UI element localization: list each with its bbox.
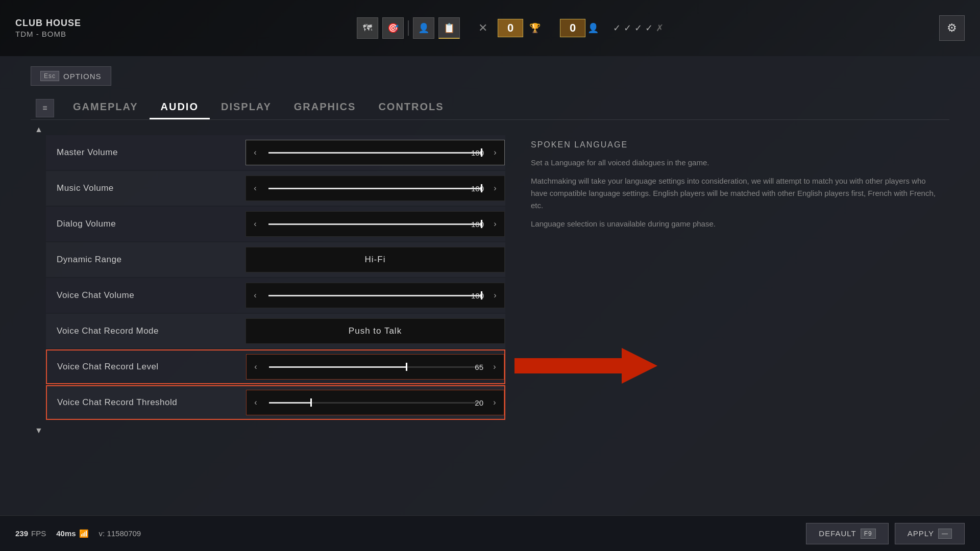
master-volume-label: Master Volume	[46, 147, 246, 158]
ping-value: 40ms	[56, 529, 76, 538]
voice-chat-record-threshold-thumb	[310, 398, 312, 407]
default-label: Default	[819, 529, 856, 538]
dialog-volume-left[interactable]: ‹	[246, 212, 264, 236]
nav-icon-map[interactable]: 🗺	[357, 17, 378, 39]
score-display: ✕ 0 🏆	[474, 19, 541, 37]
voice-chat-volume-slider[interactable]: ‹ 100 ›	[246, 283, 505, 308]
voice-chat-record-level-fill	[269, 366, 407, 368]
bottom-stats: 239 FPS 40ms 📶 v: 11580709	[15, 529, 141, 538]
settings-button[interactable]: ⚙	[939, 15, 965, 41]
dialog-volume-fill	[268, 223, 482, 225]
voice-chat-record-threshold-slider[interactable]: ‹ 20 ›	[246, 390, 504, 415]
game-mode: TDM - BOMB	[15, 30, 81, 38]
info-para-3: Language selection is unavailable during…	[531, 218, 939, 230]
voice-chat-record-mode-dropdown[interactable]: Push to Talk	[246, 318, 505, 344]
info-para-1: Set a Language for all voiced dialogues …	[531, 157, 939, 169]
setting-row-dialog-volume: Dialog Volume ‹ 100 ›	[46, 207, 505, 241]
kills-icon: 👤	[587, 22, 599, 34]
voice-chat-record-threshold-left[interactable]: ‹	[247, 390, 265, 415]
top-bar: CLUB HOUSE TDM - BOMB 🗺 🎯 👤 📋 ✕ 0 🏆 0 👤 …	[0, 0, 980, 56]
setting-row-music-volume: Music Volume ‹ 100 ›	[46, 171, 505, 206]
check-5: ✗	[656, 22, 664, 34]
dialog-volume-label: Dialog Volume	[46, 219, 246, 229]
master-volume-value: 100	[471, 148, 484, 157]
master-volume-left[interactable]: ‹	[246, 140, 264, 165]
apply-label: APPLY	[908, 529, 934, 538]
setting-row-voice-chat-record-mode: Voice Chat Record Mode Push to Talk	[46, 314, 505, 348]
voice-chat-record-threshold-track	[269, 402, 481, 404]
voice-chat-record-level-left[interactable]: ‹	[247, 355, 265, 379]
version-stat: v: 11580709	[99, 529, 141, 538]
voice-chat-record-level-control: ‹ 65 ›	[246, 354, 504, 380]
scroll-down-arrow[interactable]: ▼	[35, 426, 43, 435]
music-volume-left[interactable]: ‹	[246, 176, 264, 201]
setting-row-voice-chat-record-level: Voice Chat Record Level ‹ 65 ›	[46, 349, 505, 384]
score-value: 0	[498, 19, 523, 37]
music-volume-right[interactable]: ›	[486, 176, 504, 201]
voice-chat-record-level-value: 65	[475, 363, 483, 371]
voice-chat-record-level-slider[interactable]: ‹ 65 ›	[246, 354, 504, 380]
fps-stat: 239 FPS	[15, 529, 46, 538]
voice-chat-record-threshold-right[interactable]: ›	[485, 390, 504, 415]
voice-chat-record-mode-control: Push to Talk	[246, 318, 505, 344]
voice-chat-record-mode-label: Voice Chat Record Mode	[46, 326, 246, 336]
dynamic-range-control: Hi-Fi	[246, 247, 505, 272]
voice-chat-record-threshold-value: 20	[475, 398, 483, 407]
info-panel: SPOKEN LANGUAGE Set a Language for all v…	[521, 135, 949, 420]
nav-sep-1	[408, 20, 409, 36]
dialog-volume-right[interactable]: ›	[486, 212, 504, 236]
master-volume-right[interactable]: ›	[486, 140, 504, 165]
voice-chat-record-threshold-control: ‹ 20 ›	[246, 390, 504, 415]
kills-value: 0	[560, 19, 585, 37]
voice-chat-volume-right[interactable]: ›	[486, 283, 504, 308]
dialog-volume-track	[268, 223, 482, 225]
check-3: ✓	[634, 22, 642, 34]
tab-graphics[interactable]: GRAPHICS	[283, 96, 368, 119]
voice-chat-volume-left[interactable]: ‹	[246, 283, 264, 308]
nav-icon-doc[interactable]: 📋	[438, 17, 460, 39]
nav-icon-user[interactable]: 👤	[413, 17, 434, 39]
back-button[interactable]: Esc OPTIONS	[31, 66, 111, 86]
ping-bars: 📶	[79, 529, 89, 538]
main-content: Esc OPTIONS ≡ GAMEPLAY AUDIO DISPLAY GRA…	[0, 56, 980, 551]
options-label: OPTIONS	[63, 72, 102, 81]
dynamic-range-dropdown[interactable]: Hi-Fi	[246, 247, 505, 272]
scroll-up-arrow[interactable]: ▲	[35, 125, 43, 134]
fps-label: FPS	[31, 529, 46, 538]
setting-row-dynamic-range: Dynamic Range Hi-Fi	[46, 242, 505, 277]
tab-display[interactable]: DISPLAY	[210, 96, 283, 119]
setting-row-voice-chat-volume: Voice Chat Volume ‹ 100 ›	[46, 278, 505, 313]
master-volume-track	[268, 152, 482, 154]
apply-button[interactable]: APPLY —	[895, 523, 965, 544]
music-volume-slider[interactable]: ‹ 100 ›	[246, 176, 505, 201]
tab-audio[interactable]: AUDIO	[150, 96, 210, 119]
default-button[interactable]: Default F9	[806, 523, 888, 544]
nav-icon-target[interactable]: 🎯	[382, 17, 404, 39]
voice-chat-volume-control: ‹ 100 ›	[246, 283, 505, 308]
tab-controls[interactable]: CONTROLS	[367, 96, 455, 119]
voice-chat-record-level-right[interactable]: ›	[485, 355, 504, 379]
map-info: CLUB HOUSE TDM - BOMB	[15, 18, 81, 38]
master-volume-slider[interactable]: ‹ 100 ›	[246, 140, 505, 165]
content-layout: ▲ Master Volume ‹ 100 ›	[31, 135, 949, 420]
tab-icon: ≡	[36, 99, 54, 117]
version-value: v: 11580709	[99, 529, 141, 538]
dialog-volume-slider[interactable]: ‹ 100 ›	[246, 211, 505, 237]
top-bar-right: ⚙	[939, 15, 965, 41]
top-nav: 🗺 🎯 👤 📋 ✕ 0 🏆 0 👤 ✓ ✓ ✓ ✓ ✗	[81, 17, 939, 39]
score-icon: 🏆	[529, 22, 541, 34]
check-1: ✓	[613, 22, 621, 34]
checkmarks: ✓ ✓ ✓ ✓ ✗	[613, 22, 664, 34]
music-volume-value: 100	[471, 184, 484, 193]
settings-list: Master Volume ‹ 100 ›	[31, 135, 505, 420]
tab-gameplay[interactable]: GAMEPLAY	[62, 96, 150, 119]
setting-row-master-volume: Master Volume ‹ 100 ›	[46, 135, 505, 170]
info-text: Set a Language for all voiced dialogues …	[531, 157, 939, 230]
music-volume-fill	[268, 188, 482, 189]
bottom-bar: 239 FPS 40ms 📶 v: 11580709 Default F9 AP…	[0, 515, 980, 551]
voice-chat-volume-fill	[268, 295, 482, 296]
default-key: F9	[861, 529, 876, 539]
cross-icon: ✕	[478, 21, 487, 35]
info-title: SPOKEN LANGUAGE	[531, 140, 939, 149]
settings-panel: ▲ Master Volume ‹ 100 ›	[31, 135, 505, 420]
